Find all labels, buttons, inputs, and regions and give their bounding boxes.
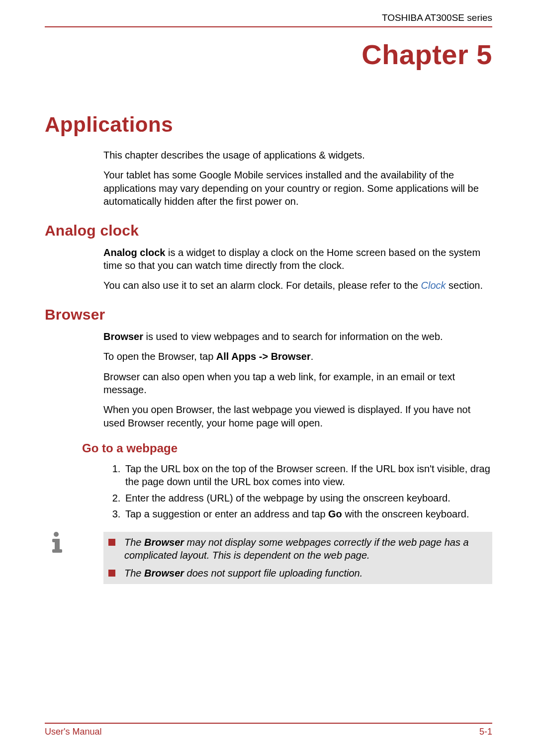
step-item: Tap a suggestion or enter an address and… (123, 507, 492, 520)
header-rule (45, 26, 492, 27)
analog-clock-block: Analog clock is a widget to display a cl… (103, 246, 492, 292)
analog-paragraph: You can also use it to set an alarm cloc… (103, 279, 492, 292)
note-span: does not support file uploading function… (184, 568, 362, 579)
browser-bold: Browser (103, 331, 143, 342)
analog-paragraph: Analog clock is a widget to display a cl… (103, 246, 492, 272)
note-row: The Browser may not display some webpage… (45, 528, 492, 584)
step-bold: Go (328, 508, 342, 519)
manual-page: TOSHIBA AT300SE series Chapter 5 Applica… (0, 0, 537, 756)
analog-text: You can also use it to set an alarm cloc… (103, 280, 421, 291)
analog-bold: Analog clock (103, 247, 165, 258)
svg-point-0 (54, 532, 59, 537)
note-item: The Browser does not support file upload… (108, 567, 487, 580)
note-bold: Browser (144, 568, 184, 579)
note-box: The Browser may not display some webpage… (103, 532, 492, 584)
step-item: Enter the address (URL) of the webpage b… (123, 492, 492, 504)
chapter-label: Chapter 5 (45, 38, 492, 71)
clock-link[interactable]: Clock (421, 280, 446, 291)
svg-rect-3 (52, 549, 62, 553)
browser-path-bold: All Apps -> Browser (216, 351, 311, 362)
browser-paragraph: Browser can also open when you tap a web… (103, 370, 492, 397)
info-icon (45, 531, 68, 554)
browser-paragraph: Browser is used to view webpages and to … (103, 330, 492, 343)
running-header: TOSHIBA AT300SE series (45, 12, 492, 26)
note-text: The Browser does not support file upload… (124, 567, 362, 580)
step-item: Tap the URL box on the top of the Browse… (123, 462, 492, 489)
footer-left: User's Manual (45, 727, 101, 737)
note-item: The Browser may not display some webpage… (108, 536, 487, 562)
section-heading-analog-clock: Analog clock (45, 222, 492, 239)
footer-page-number: 5-1 (479, 727, 492, 737)
note-text: The Browser may not display some webpage… (124, 536, 487, 562)
step-text: Tap a suggestion or enter an address and… (125, 508, 328, 519)
browser-text: To open the Browser, tap (103, 351, 216, 362)
goto-block: Tap the URL box on the top of the Browse… (103, 462, 492, 521)
subsection-heading-go-to-webpage: Go to a webpage (82, 441, 492, 455)
note-span: The (124, 537, 144, 548)
browser-text: . (311, 351, 314, 362)
note-span: The (124, 568, 144, 579)
step-text: with the onscreen keyboard. (342, 508, 469, 519)
browser-block: Browser is used to view webpages and to … (103, 330, 492, 429)
intro-block: This chapter describes the usage of appl… (103, 149, 492, 208)
page-footer: User's Manual 5-1 (45, 723, 492, 737)
browser-paragraph: To open the Browser, tap All Apps -> Bro… (103, 350, 492, 363)
page-title: Applications (45, 113, 492, 137)
note-icon-column (45, 528, 103, 554)
analog-text: section. (446, 280, 483, 291)
square-bullet-icon (108, 570, 115, 577)
intro-paragraph: This chapter describes the usage of appl… (103, 149, 492, 162)
note-bold: Browser (144, 537, 184, 548)
square-bullet-icon (108, 539, 115, 546)
browser-text: is used to view webpages and to search f… (143, 331, 443, 342)
browser-paragraph: When you open Browser, the last webpage … (103, 403, 492, 429)
svg-rect-2 (55, 539, 60, 551)
footer-rule (45, 723, 492, 724)
intro-paragraph: Your tablet has some Google Mobile servi… (103, 168, 492, 208)
steps-list: Tap the URL box on the top of the Browse… (103, 462, 492, 521)
section-heading-browser: Browser (45, 306, 492, 323)
